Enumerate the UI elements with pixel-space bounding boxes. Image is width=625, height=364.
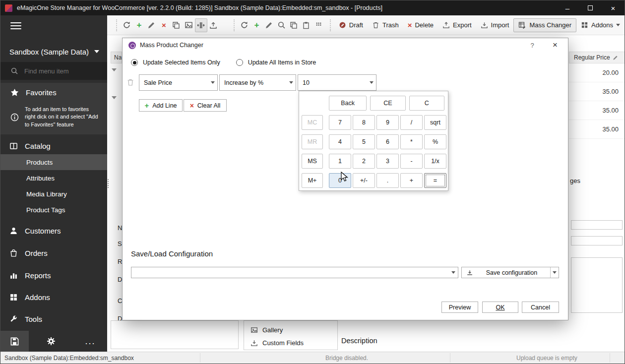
export-button[interactable]: Export	[438, 18, 476, 32]
status-upload-queue: Upload queue is empty	[516, 355, 577, 362]
settings-button[interactable]	[29, 331, 73, 352]
sidebar-item-product-tags[interactable]: Product Tags	[0, 202, 107, 218]
addons-toolbar-button[interactable]: Addons	[576, 18, 625, 32]
sidebar-item-orders[interactable]: Orders	[0, 244, 107, 262]
radio-update-all[interactable]	[236, 59, 243, 66]
import-button[interactable]: Import	[476, 18, 514, 32]
grid-cell-price[interactable]: 35.00	[569, 101, 625, 120]
calc-key-3[interactable]: 3	[376, 154, 399, 169]
more-options-button[interactable]	[312, 18, 325, 32]
refresh-button[interactable]	[121, 18, 133, 32]
quick-save-button[interactable]	[0, 331, 29, 352]
calc-key-mr[interactable]: MR	[302, 134, 323, 149]
row-expander-icon[interactable]	[112, 96, 117, 99]
draft-button[interactable]: Draft	[334, 18, 368, 32]
calc-key-plusminus[interactable]: +/-	[353, 173, 375, 188]
calc-key-decimal[interactable]: .	[376, 173, 399, 188]
form-input-fragment[interactable]	[571, 236, 623, 245]
sidebar-item-attributes[interactable]: Attributes	[0, 170, 107, 186]
calc-key-7[interactable]: 7	[329, 115, 351, 130]
paste-button[interactable]	[300, 18, 312, 32]
radio-update-selected[interactable]	[131, 59, 138, 66]
calc-key-1[interactable]: 1	[329, 154, 351, 169]
calculator-popup: Back CE C MC 7 8 9 / sqrt MR 4 5 6 * % M…	[299, 91, 448, 191]
calc-key-minus[interactable]: -	[400, 154, 423, 169]
edit-button[interactable]	[145, 18, 158, 32]
sidebar-item-catalog[interactable]: Catalog	[0, 137, 107, 154]
grid-column-header-name[interactable]: Na	[111, 52, 122, 63]
sidebar-item-media-library[interactable]: Media Library	[0, 186, 107, 202]
duplicate-button[interactable]	[170, 18, 183, 32]
calc-key-8[interactable]: 8	[353, 115, 375, 130]
grid-column-header-regular-price[interactable]: Regular Price	[569, 52, 625, 63]
save-configuration-dropdown[interactable]	[550, 267, 559, 278]
maximize-button[interactable]	[579, 0, 602, 15]
add-button[interactable]: +	[133, 18, 145, 32]
image-button[interactable]	[183, 18, 195, 32]
window-title: eMagicOne Store Manager for WooCommerce …	[17, 4, 382, 11]
ok-button[interactable]: OK	[482, 302, 518, 313]
mass-changer-button[interactable]: Mass Changer	[513, 18, 576, 32]
clear-all-button[interactable]: × Clear All	[184, 99, 227, 112]
remove-button[interactable]: ×	[158, 18, 170, 32]
form-textarea-fragment[interactable]	[571, 257, 623, 313]
calc-key-mplus[interactable]: M+	[302, 173, 323, 188]
copy-button[interactable]	[288, 18, 300, 32]
calc-key-back[interactable]: Back	[329, 96, 367, 111]
calc-key-2[interactable]: 2	[353, 154, 375, 169]
splitter-grip[interactable]	[108, 179, 109, 188]
trash-button[interactable]: Trash	[368, 18, 403, 32]
operation-select[interactable]: Increase by %	[219, 74, 296, 91]
form-input-fragment[interactable]	[571, 220, 623, 230]
calc-key-equals[interactable]: =	[424, 173, 446, 188]
dialog-close-button[interactable]: ×	[548, 40, 562, 50]
tab-custom-fields[interactable]: Custom Fields	[250, 336, 337, 349]
sidebar-item-favorites[interactable]: Favorites	[0, 83, 107, 102]
field-select[interactable]: Sale Price	[139, 74, 218, 91]
dialog-help-button[interactable]: ?	[527, 42, 537, 49]
refresh-grid-button[interactable]	[238, 18, 250, 32]
upload-button[interactable]	[207, 18, 220, 32]
minimize-button[interactable]: –	[556, 0, 579, 15]
close-button[interactable]: ×	[602, 0, 625, 15]
cancel-button[interactable]: Cancel	[522, 302, 559, 313]
store-selector[interactable]: Sandbox (Sample Data)	[0, 43, 107, 60]
calc-key-ce[interactable]: CE	[370, 96, 405, 111]
add-line-button[interactable]: + Add Line	[139, 99, 183, 112]
calc-key-reciprocal[interactable]: 1/x	[424, 154, 446, 169]
tab-gallery[interactable]: Gallery	[250, 323, 337, 336]
calc-key-4[interactable]: 4	[329, 134, 351, 149]
grid-cell-price[interactable]: 35.00	[569, 120, 625, 139]
delete-button[interactable]: × Delete	[403, 18, 438, 32]
calc-key-mc[interactable]: MC	[302, 115, 323, 130]
calc-key-divide[interactable]: /	[400, 115, 423, 130]
configuration-select[interactable]	[131, 267, 458, 278]
amount-input[interactable]: 10	[298, 74, 376, 91]
grid-cell-price[interactable]: 35.00	[569, 82, 625, 101]
calc-key-9[interactable]: 9	[376, 115, 399, 130]
more-button[interactable]: ...	[73, 331, 107, 352]
calc-key-5[interactable]: 5	[353, 134, 375, 149]
edit-record-button[interactable]	[263, 18, 275, 32]
sidebar-item-addons[interactable]: Addons	[0, 288, 107, 306]
save-configuration-button[interactable]: Save configuration	[461, 267, 559, 278]
calc-key-ms[interactable]: MS	[302, 154, 323, 169]
sidebar-item-products[interactable]: Products	[0, 154, 107, 170]
preview-button[interactable]: Preview	[441, 302, 478, 313]
calc-key-plus[interactable]: +	[400, 173, 423, 188]
calc-key-6[interactable]: 6	[376, 134, 399, 149]
auto-column-width-button[interactable]	[195, 18, 207, 32]
search-input[interactable]	[24, 67, 94, 75]
sidebar-item-reports[interactable]: Reports	[0, 266, 107, 284]
menu-toggle-button[interactable]	[0, 15, 107, 36]
search-button[interactable]	[275, 18, 288, 32]
add-record-button[interactable]: +	[250, 18, 263, 32]
row-expander-icon[interactable]	[112, 68, 117, 71]
calc-key-sqrt[interactable]: sqrt	[424, 115, 446, 130]
sidebar-item-tools[interactable]: Tools	[0, 310, 107, 328]
calc-key-c[interactable]: C	[409, 96, 444, 111]
sidebar-item-customers[interactable]: Customers	[0, 222, 107, 240]
calc-key-percent[interactable]: %	[424, 134, 446, 149]
calc-key-multiply[interactable]: *	[400, 134, 423, 149]
grid-cell-price[interactable]: 20.00	[569, 63, 625, 82]
